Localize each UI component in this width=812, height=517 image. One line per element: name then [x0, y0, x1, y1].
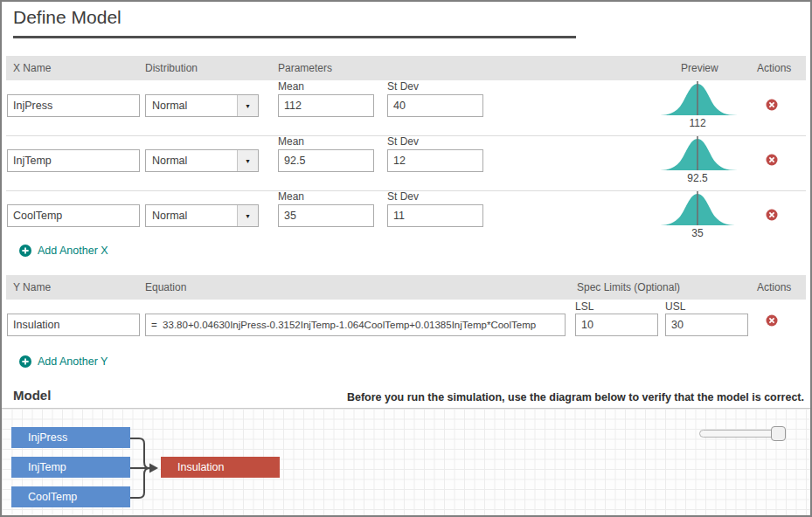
equation-input[interactable]: [145, 314, 566, 336]
x-name-column-header: X Name: [13, 56, 51, 80]
preview-mean-value: 35: [656, 228, 739, 239]
lsl-label: LSL: [575, 301, 593, 313]
chevron-down-icon: ▼: [245, 103, 251, 109]
diagram-node-insulation[interactable]: Insulation: [161, 457, 280, 478]
x-name-input[interactable]: [7, 94, 140, 117]
add-another-x-label: Add Another X: [38, 245, 108, 257]
preview-column-header: Preview: [681, 56, 718, 80]
dropdown-arrow-button[interactable]: ▼: [237, 95, 258, 116]
stdev-input[interactable]: [387, 149, 483, 172]
mean-label: Mean: [278, 81, 304, 93]
add-another-y-button[interactable]: Add Another Y: [19, 355, 108, 368]
add-another-y-label: Add Another Y: [38, 355, 108, 368]
distribution-dropdown[interactable]: Normal ▼: [145, 204, 259, 227]
distribution-selected-value: Normal: [146, 155, 237, 167]
x-name-input[interactable]: [7, 149, 140, 172]
delete-circle-x-icon: [766, 314, 778, 327]
stdev-input[interactable]: [387, 204, 483, 227]
add-another-x-button[interactable]: Add Another X: [19, 245, 108, 257]
model-section-title: Model: [13, 388, 51, 403]
delete-circle-x-icon: [766, 99, 778, 111]
chevron-down-icon: ▼: [245, 158, 251, 164]
y-name-input[interactable]: [7, 314, 140, 336]
distribution-dropdown[interactable]: Normal ▼: [145, 149, 259, 172]
delete-x-row-button[interactable]: [766, 99, 778, 111]
y-table-header: [6, 275, 806, 300]
stdev-label: St Dev: [387, 191, 419, 203]
diagram-node-injpress[interactable]: InjPress: [11, 427, 130, 448]
dropdown-arrow-button[interactable]: ▼: [237, 205, 258, 226]
usl-input[interactable]: [665, 314, 748, 336]
parameters-column-header: Parameters: [278, 56, 332, 80]
mean-label: Mean: [278, 191, 304, 203]
lsl-input[interactable]: [575, 314, 658, 336]
preview-mean-value: 112: [656, 118, 739, 129]
normal-curve-preview: [656, 135, 739, 172]
define-model-window: Define Model X Name Distribution Paramet…: [0, 0, 812, 517]
normal-curve-preview: [656, 80, 739, 117]
delete-y-row-button[interactable]: [766, 314, 778, 327]
distribution-dropdown[interactable]: Normal ▼: [145, 94, 259, 117]
y-name-column-header: Y Name: [13, 275, 51, 300]
diagram-zoom-slider-handle[interactable]: [771, 426, 786, 441]
stdev-label: St Dev: [387, 136, 419, 148]
delete-x-row-button[interactable]: [766, 209, 778, 221]
distribution-column-header: Distribution: [145, 56, 198, 80]
stdev-input[interactable]: [387, 94, 483, 117]
distribution-selected-value: Normal: [146, 210, 237, 222]
delete-circle-x-icon: [766, 154, 778, 166]
mean-label: Mean: [278, 136, 304, 148]
stdev-label: St Dev: [387, 81, 419, 93]
delete-circle-x-icon: [766, 209, 778, 221]
distribution-selected-value: Normal: [146, 100, 237, 112]
title-underline: [13, 36, 576, 38]
mean-input[interactable]: [278, 94, 374, 117]
normal-curve-preview: [656, 190, 739, 227]
diagram-node-injtemp[interactable]: InjTemp: [11, 457, 130, 478]
spec-limits-column-header: Spec Limits (Optional): [577, 275, 680, 300]
actions-column-header: Actions: [757, 275, 791, 300]
chevron-down-icon: ▼: [245, 213, 251, 219]
mean-input[interactable]: [278, 204, 374, 227]
mean-input[interactable]: [278, 149, 374, 172]
dropdown-arrow-button[interactable]: ▼: [237, 150, 258, 171]
delete-x-row-button[interactable]: [766, 154, 778, 166]
x-name-input[interactable]: [7, 204, 140, 227]
actions-column-header: Actions: [757, 56, 791, 80]
equation-column-header: Equation: [145, 275, 186, 300]
diagram-node-cooltemp[interactable]: CoolTemp: [11, 486, 130, 507]
diagram-instruction: Before you run the simulation, use the d…: [347, 391, 804, 403]
plus-circle-icon: [19, 245, 31, 257]
preview-mean-value: 92.5: [656, 173, 739, 184]
usl-label: USL: [665, 301, 685, 313]
page-title: Define Model: [13, 7, 121, 28]
plus-circle-icon: [19, 355, 31, 368]
